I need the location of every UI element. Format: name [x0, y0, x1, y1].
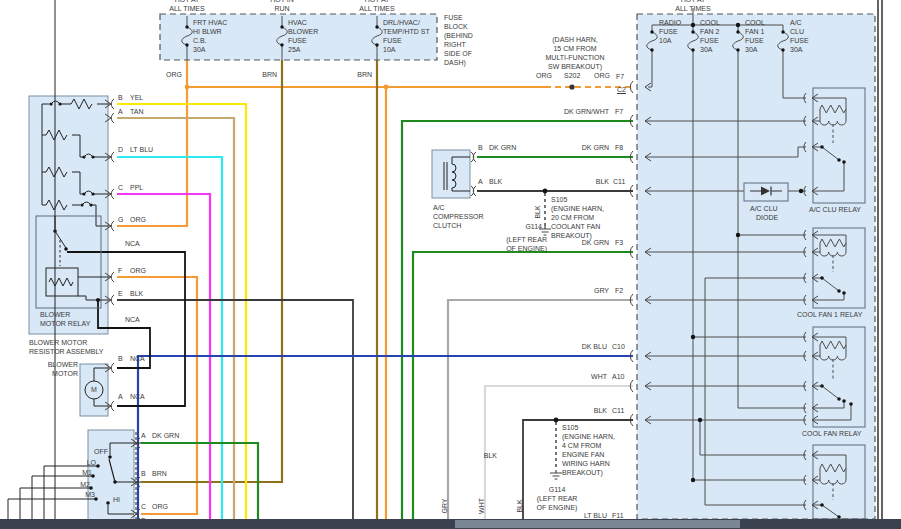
relay-name: COOL FAN 1 RELAY — [797, 311, 862, 319]
fuse-label: COOL — [700, 19, 720, 27]
pin-id: E — [118, 290, 123, 298]
power-label: ALL TIMES — [675, 5, 710, 13]
fuse-rating: 30A — [700, 46, 712, 54]
pin-wire: DK GRN — [152, 432, 179, 440]
pin-id: G — [118, 216, 123, 224]
pin-id: C — [118, 184, 123, 192]
pin-wire: YEL — [130, 94, 143, 102]
switch-position: HI — [113, 496, 120, 504]
fuse-rating: 30A — [745, 46, 757, 54]
pin-wire: BRN — [152, 470, 167, 478]
power-label: ALL TIMES — [359, 5, 394, 13]
relay-name: A/C CLU RELAY — [809, 206, 861, 214]
pin-id: A — [118, 393, 123, 401]
component-name: MOTOR — [52, 370, 78, 378]
wiring-diagram-viewer: HOT AT ALL TIMES HOT IN RUN HOT AT ALL T… — [0, 0, 901, 529]
power-label: HOT AT — [175, 0, 200, 4]
pin-id: B — [478, 144, 483, 152]
pin-wire: ORG — [130, 216, 146, 224]
switch-position: M3 — [85, 491, 95, 499]
connector-pin: C10 — [612, 343, 625, 351]
ground-note: (LEFT REAR — [506, 236, 547, 244]
ground-id: G114 — [525, 223, 542, 231]
diode-name: A/C CLU — [750, 205, 778, 213]
power-label: HOT IN — [270, 0, 294, 4]
fuse-label: FUSE — [790, 37, 809, 45]
pin-wire: LT BLU — [130, 146, 153, 154]
connector-pin: F7 — [616, 73, 624, 81]
connector-pin: F7 — [615, 108, 623, 116]
ground-symbols — [539, 226, 562, 479]
component-name: BLOWER — [40, 311, 70, 319]
power-label: HOT AT — [365, 0, 390, 4]
connector-pin: A10 — [612, 373, 624, 381]
fuse-block-name: SIDE OF — [444, 50, 472, 58]
wire-label-org: ORG — [536, 72, 552, 80]
fuse-label: FUSE — [700, 37, 719, 45]
horizontal-scrollbar[interactable] — [0, 519, 901, 529]
motor-symbol: M — [91, 386, 97, 394]
pin-id: A — [118, 108, 123, 116]
ground-note: OF ENGINE) — [537, 504, 578, 512]
harness-note: 4 CM FROM — [562, 442, 601, 450]
connector-ref: C2 — [617, 86, 626, 94]
scrollbar-thumb[interactable] — [455, 520, 740, 528]
fuse-label: A/C — [790, 19, 802, 27]
ground-id: G114 — [549, 486, 566, 494]
wire-label-brn: BRN — [262, 71, 277, 79]
diode-name: DIODE — [756, 214, 778, 222]
wire-label: DK BLU — [582, 343, 607, 351]
ground-note: OF ENGINE) — [506, 245, 547, 253]
fuse-rating: 25A — [288, 46, 300, 54]
switch-position: OFF — [94, 448, 108, 456]
power-label: HOT AT — [681, 0, 706, 4]
pin-id: F — [118, 267, 122, 275]
fuse-label: FAN 1 — [745, 28, 764, 36]
pin-wire: PPL — [130, 184, 143, 192]
switch-position: M2 — [80, 481, 90, 489]
splice-id: S202 — [564, 72, 580, 80]
fuse-label: FUSE — [288, 37, 307, 45]
pin-wire: ORG — [130, 267, 146, 275]
ac-clu-diode — [744, 183, 788, 201]
wire-label: BLK — [596, 178, 609, 186]
pin-wire: BLK — [130, 290, 143, 298]
harness-note: MULTI-FUNCTION — [546, 54, 605, 62]
relay-name: COOL FAN RELAY — [802, 430, 862, 438]
wiring-diagram-canvas — [0, 0, 901, 529]
power-label: ALL TIMES — [169, 5, 204, 13]
pin-wire: BLK — [489, 178, 502, 186]
power-label: RUN — [274, 5, 289, 13]
fuse-block-name: FUSE — [444, 14, 463, 22]
component-name: BLOWER — [48, 361, 78, 369]
fuse-label: DRL/HVAC/ — [383, 19, 420, 27]
splice-id: S105 — [562, 424, 578, 432]
fuse-label: FAN 2 — [700, 28, 719, 36]
connector-pin: F8 — [615, 144, 623, 152]
harness-note: COOLANT FAN — [551, 223, 600, 231]
connector-pin: C11 — [613, 178, 625, 186]
fuse-label: BLOWER — [288, 28, 318, 36]
switch-position: LO — [87, 459, 96, 467]
component-pin-glyphs — [105, 99, 476, 519]
wire-label-blk: BLK — [484, 452, 497, 460]
harness-note: (ENGINE HARN, — [551, 205, 604, 213]
wire-label-org: ORG — [594, 72, 610, 80]
harness-note: 20 CM FROM — [551, 214, 594, 222]
fuse-label: C.B. — [193, 37, 207, 45]
fuse-label: TEMP/HTD ST — [383, 28, 430, 36]
pin-id: A — [141, 432, 146, 440]
fuse-block-name: DASH) — [444, 59, 466, 67]
harness-note: SW BREAKOUT) — [548, 63, 602, 71]
pin-wire: NCA — [130, 355, 145, 363]
splice-id: S105 — [551, 196, 567, 204]
pin-wire: NCA — [130, 393, 145, 401]
wire-label: WHT — [591, 373, 607, 381]
wire-label: BLK — [594, 407, 607, 415]
connector-pin: F2 — [615, 287, 623, 295]
wire-label: DK GRN — [582, 144, 609, 152]
component-name: BLOWER MOTOR — [29, 339, 87, 347]
wire-label-org: ORG — [166, 71, 182, 79]
fuse-label: HI BLWR — [193, 28, 222, 36]
pin-id: C — [141, 503, 146, 511]
